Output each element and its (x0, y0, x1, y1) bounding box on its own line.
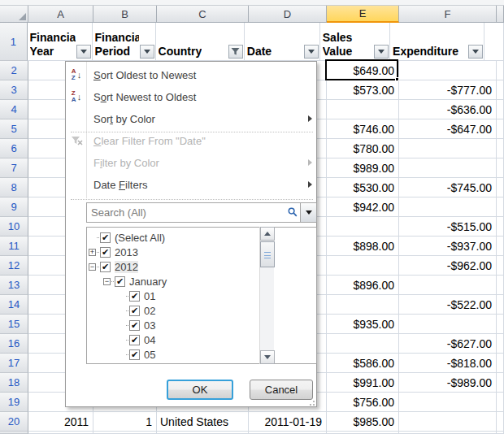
scroll-down-button[interactable] (260, 350, 275, 364)
cell-col-e[interactable]: $985.00 (327, 412, 399, 432)
checkbox-checked[interactable]: ✔ (129, 291, 140, 302)
cell-col-g-sliver[interactable] (497, 393, 504, 412)
filter-button-financial-period[interactable] (140, 45, 154, 59)
cancel-button[interactable]: Cancel (250, 380, 313, 400)
cell-col-g-sliver[interactable] (497, 256, 504, 276)
cell-col-e[interactable]: $746.00 (327, 119, 399, 139)
menu-item[interactable]: AZ↓ ZA↓ Sort by Color (66, 108, 316, 130)
cell-col-f[interactable] (399, 276, 497, 295)
cell-col-e[interactable] (327, 217, 399, 237)
cell-col-d[interactable]: 2011-01-19 (249, 412, 327, 432)
cell-col-g-sliver[interactable] (497, 276, 504, 295)
cell-col-f[interactable] (399, 61, 497, 80)
cell-col-e[interactable]: $649.00 (327, 61, 399, 80)
cell-d1[interactable]: Date (245, 23, 320, 61)
collapse-minus-icon[interactable]: − (103, 278, 111, 285)
tree-expander[interactable]: + − (89, 230, 100, 245)
row-header[interactable]: 11 (0, 237, 28, 256)
cell-col-g-sliver[interactable] (497, 119, 504, 139)
menu-item[interactable]: AZ↓ ZA↓ Sort Oldest to Newest (66, 64, 316, 86)
row-header[interactable]: 5 (0, 119, 28, 139)
scrollbar-thumb[interactable] (260, 241, 275, 267)
tree-expander[interactable]: + − (89, 245, 100, 259)
checkbox-checked[interactable]: ✔ (129, 335, 140, 345)
cell-col-g-sliver[interactable] (497, 100, 504, 119)
cell-a1[interactable]: Financial Year (28, 23, 93, 61)
cell-col-f[interactable]: -$777.00 (399, 80, 497, 100)
menu-item[interactable]: AZ↓ ZA↓ Sort Newest to Oldest (66, 86, 316, 108)
row-header[interactable]: 2 (0, 61, 28, 80)
cell-col-g-sliver[interactable] (497, 412, 504, 432)
checkbox-checked[interactable]: ✔ (100, 247, 111, 258)
cell-col-g-sliver[interactable] (497, 354, 504, 373)
checkbox-checked[interactable]: ✔ (100, 232, 111, 243)
select-all-corner[interactable] (0, 6, 28, 23)
row-header[interactable]: 14 (0, 295, 28, 315)
cell-col-g-sliver[interactable] (497, 197, 504, 217)
cell-col-f[interactable] (399, 158, 497, 178)
cell-col-e[interactable]: $896.00 (327, 276, 399, 295)
cell-col-a[interactable]: 2011 (28, 412, 93, 432)
cell-col-f[interactable]: -$522.00 (399, 295, 497, 315)
cell-col-e[interactable]: $573.00 (327, 80, 399, 100)
checkbox-checked[interactable]: ✔ (100, 262, 111, 272)
tree-expander[interactable]: + − (118, 362, 129, 364)
resize-grip[interactable] (308, 399, 315, 406)
filter-button-expenditure[interactable] (468, 45, 483, 59)
cell-col-g-sliver[interactable] (497, 178, 504, 197)
cell-f1[interactable]: Expenditure (390, 23, 484, 61)
cell-g1-sliver[interactable] (484, 23, 504, 61)
cell-col-g-sliver[interactable] (497, 80, 504, 100)
column-header-f[interactable]: F (399, 6, 497, 23)
row-header[interactable]: 16 (0, 334, 28, 354)
checkbox-checked[interactable]: ✔ (129, 349, 140, 360)
column-header-d[interactable]: D (249, 6, 327, 23)
cell-col-f[interactable]: -$818.00 (399, 354, 497, 373)
search-dropdown-button[interactable] (300, 202, 317, 223)
cell-col-g-sliver[interactable] (497, 237, 504, 256)
row-header-1[interactable]: 1 (0, 23, 28, 61)
column-header-b[interactable]: B (93, 6, 157, 23)
row-header[interactable]: 4 (0, 100, 28, 119)
tree-expander[interactable]: + − (89, 259, 100, 274)
tree-expander[interactable]: + − (118, 318, 129, 332)
column-header-e-selected[interactable]: E (327, 6, 399, 23)
menu-item[interactable]: AZ↓ ZA↓ Date Filters (66, 174, 316, 196)
menu-item[interactable]: AZ↓ ZA↓ Filter by Color (66, 152, 316, 174)
cell-col-e[interactable]: $898.00 (327, 237, 399, 256)
search-input[interactable] (86, 202, 317, 223)
row-header[interactable]: 17 (0, 354, 28, 373)
cell-col-g-sliver[interactable] (497, 158, 504, 178)
cell-col-f[interactable] (399, 412, 497, 432)
cell-col-e[interactable]: $530.00 (327, 178, 399, 197)
cell-col-e[interactable]: $756.00 (327, 393, 399, 412)
ok-button[interactable]: OK (167, 380, 233, 400)
row-header[interactable]: 6 (0, 139, 28, 158)
row-header[interactable]: 18 (0, 373, 28, 393)
cell-col-g-sliver[interactable] (497, 217, 504, 237)
row-header[interactable]: 10 (0, 217, 28, 237)
tree-expander[interactable]: + − (118, 289, 129, 303)
cell-col-g-sliver[interactable] (497, 315, 504, 334)
cell-col-e[interactable]: $780.00 (327, 139, 399, 158)
cell-col-e[interactable]: $989.00 (327, 158, 399, 178)
cell-col-g-sliver[interactable] (497, 334, 504, 354)
tree-expander[interactable]: + − (118, 303, 129, 318)
row-header[interactable]: 20 (0, 412, 28, 432)
row-header[interactable]: 15 (0, 315, 28, 334)
tree-expander[interactable]: + − (118, 347, 129, 362)
cell-col-f[interactable]: -$647.00 (399, 119, 497, 139)
cell-col-f[interactable]: -$636.00 (399, 100, 497, 119)
cell-col-e[interactable]: $942.00 (327, 197, 399, 217)
cell-col-f[interactable]: -$745.00 (399, 178, 497, 197)
row-header[interactable]: 7 (0, 158, 28, 178)
cell-col-g-sliver[interactable] (497, 295, 504, 315)
cell-c1[interactable]: Country (156, 23, 245, 61)
cell-col-e[interactable] (327, 100, 399, 119)
cell-col-g-sliver[interactable] (497, 373, 504, 393)
cell-col-e[interactable] (327, 256, 399, 276)
row-header[interactable]: 13 (0, 276, 28, 295)
cell-col-f[interactable]: -$937.00 (399, 237, 497, 256)
cell-col-f[interactable]: -$962.00 (399, 256, 497, 276)
cell-col-c[interactable]: United States (157, 412, 249, 432)
